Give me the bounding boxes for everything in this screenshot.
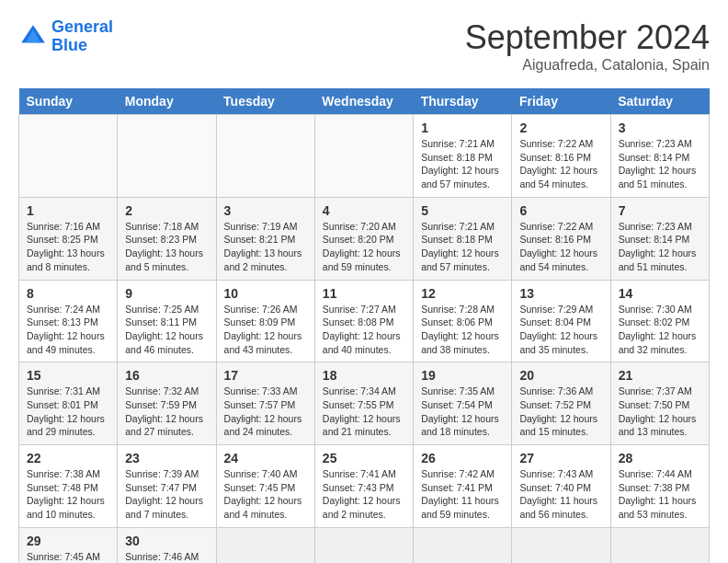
- day-info: Sunrise: 7:21 AMSunset: 8:18 PMDaylight:…: [421, 220, 504, 274]
- logo-icon: [18, 22, 48, 52]
- logo-line2: Blue: [51, 36, 87, 54]
- title-area: September 2024 Aiguafreda, Catalonia, Sp…: [465, 18, 710, 74]
- day-number: 2: [125, 203, 208, 218]
- day-number: 21: [619, 368, 701, 383]
- calendar-cell: [118, 115, 216, 198]
- calendar-cell: 3Sunrise: 7:23 AMSunset: 8:14 PMDaylight…: [610, 115, 709, 198]
- day-number: 9: [125, 286, 208, 301]
- column-header-saturday: Saturday: [610, 88, 709, 115]
- calendar-cell: 29Sunrise: 7:45 AMSunset: 7:36 PMDayligh…: [19, 527, 118, 563]
- calendar-cell: [414, 527, 512, 563]
- calendar-cell: 20Sunrise: 7:36 AMSunset: 7:52 PMDayligh…: [512, 362, 610, 445]
- day-number: 27: [519, 451, 602, 465]
- day-number: 3: [224, 203, 307, 218]
- calendar-week-row: 1Sunrise: 7:16 AMSunset: 8:25 PMDaylight…: [19, 197, 710, 280]
- day-number: 18: [323, 368, 405, 383]
- calendar-cell: [216, 115, 314, 198]
- day-info: Sunrise: 7:20 AMSunset: 8:20 PMDaylight:…: [323, 220, 405, 274]
- day-number: 24: [224, 451, 307, 465]
- day-info: Sunrise: 7:22 AMSunset: 8:16 PMDaylight:…: [519, 220, 602, 274]
- column-header-monday: Monday: [118, 88, 216, 115]
- calendar-cell: 12Sunrise: 7:28 AMSunset: 8:06 PMDayligh…: [414, 280, 512, 362]
- day-number: 7: [619, 203, 701, 218]
- day-number: 28: [619, 451, 701, 465]
- day-info: Sunrise: 7:21 AMSunset: 8:18 PMDaylight:…: [421, 137, 504, 191]
- column-header-sunday: Sunday: [19, 88, 118, 115]
- column-header-thursday: Thursday: [414, 88, 512, 115]
- day-number: 10: [224, 286, 307, 301]
- calendar-cell: 30Sunrise: 7:46 AMSunset: 7:35 PMDayligh…: [118, 527, 216, 563]
- day-number: 25: [323, 451, 405, 465]
- header: General Blue September 2024 Aiguafreda, …: [18, 18, 710, 74]
- day-info: Sunrise: 7:33 AMSunset: 7:57 PMDaylight:…: [224, 385, 307, 439]
- calendar-cell: 5Sunrise: 7:21 AMSunset: 8:18 PMDaylight…: [414, 197, 512, 280]
- day-info: Sunrise: 7:28 AMSunset: 8:06 PMDaylight:…: [421, 303, 504, 357]
- day-number: 5: [421, 203, 504, 218]
- calendar-cell: [19, 115, 118, 198]
- calendar-cell: 18Sunrise: 7:34 AMSunset: 7:55 PMDayligh…: [314, 362, 413, 445]
- day-number: 1: [27, 203, 109, 218]
- calendar-week-row: 22Sunrise: 7:38 AMSunset: 7:48 PMDayligh…: [19, 445, 710, 528]
- day-number: 3: [619, 121, 701, 135]
- calendar-cell: 23Sunrise: 7:39 AMSunset: 7:47 PMDayligh…: [118, 445, 216, 528]
- day-number: 17: [224, 368, 307, 383]
- logo-text: General Blue: [51, 18, 113, 55]
- calendar-cell: 28Sunrise: 7:44 AMSunset: 7:38 PMDayligh…: [610, 445, 709, 528]
- day-info: Sunrise: 7:16 AMSunset: 8:25 PMDaylight:…: [27, 220, 109, 274]
- day-number: 8: [27, 286, 109, 301]
- day-info: Sunrise: 7:42 AMSunset: 7:41 PMDaylight:…: [421, 467, 504, 522]
- calendar-cell: 15Sunrise: 7:31 AMSunset: 8:01 PMDayligh…: [19, 362, 118, 445]
- day-info: Sunrise: 7:27 AMSunset: 8:08 PMDaylight:…: [323, 303, 405, 357]
- calendar-cell: 16Sunrise: 7:32 AMSunset: 7:59 PMDayligh…: [118, 362, 216, 445]
- day-info: Sunrise: 7:35 AMSunset: 7:54 PMDaylight:…: [421, 385, 504, 439]
- calendar-cell: 21Sunrise: 7:37 AMSunset: 7:50 PMDayligh…: [610, 362, 709, 445]
- day-info: Sunrise: 7:38 AMSunset: 7:48 PMDaylight:…: [27, 467, 109, 522]
- calendar-cell: 27Sunrise: 7:43 AMSunset: 7:40 PMDayligh…: [512, 445, 610, 528]
- column-header-tuesday: Tuesday: [216, 88, 314, 115]
- calendar-cell: 10Sunrise: 7:26 AMSunset: 8:09 PMDayligh…: [216, 280, 314, 362]
- calendar-week-row: 15Sunrise: 7:31 AMSunset: 8:01 PMDayligh…: [19, 362, 710, 445]
- calendar-cell: 1Sunrise: 7:16 AMSunset: 8:25 PMDaylight…: [19, 197, 118, 280]
- day-info: Sunrise: 7:22 AMSunset: 8:16 PMDaylight:…: [519, 137, 602, 191]
- day-info: Sunrise: 7:39 AMSunset: 7:47 PMDaylight:…: [125, 467, 208, 522]
- location-title: Aiguafreda, Catalonia, Spain: [465, 57, 710, 74]
- logo: General Blue: [18, 18, 113, 55]
- calendar-cell: [216, 527, 314, 563]
- day-info: Sunrise: 7:41 AMSunset: 7:43 PMDaylight:…: [323, 467, 405, 522]
- day-number: 4: [323, 203, 405, 218]
- calendar-cell: 22Sunrise: 7:38 AMSunset: 7:48 PMDayligh…: [19, 445, 118, 528]
- calendar-cell: [610, 527, 709, 563]
- column-header-friday: Friday: [512, 88, 610, 115]
- calendar-week-row: 8Sunrise: 7:24 AMSunset: 8:13 PMDaylight…: [19, 280, 710, 362]
- logo-line1: General: [51, 17, 113, 36]
- day-number: 30: [125, 534, 208, 548]
- calendar-table: SundayMondayTuesdayWednesdayThursdayFrid…: [18, 88, 710, 563]
- calendar-cell: 24Sunrise: 7:40 AMSunset: 7:45 PMDayligh…: [216, 445, 314, 528]
- day-number: 19: [421, 368, 504, 383]
- column-header-wednesday: Wednesday: [314, 88, 413, 115]
- day-number: 2: [519, 121, 602, 135]
- calendar-cell: 2Sunrise: 7:18 AMSunset: 8:23 PMDaylight…: [118, 197, 216, 280]
- day-number: 22: [27, 451, 109, 465]
- day-info: Sunrise: 7:31 AMSunset: 8:01 PMDaylight:…: [27, 385, 109, 439]
- day-number: 20: [519, 368, 602, 383]
- day-info: Sunrise: 7:19 AMSunset: 8:21 PMDaylight:…: [224, 220, 307, 274]
- day-number: 23: [125, 451, 208, 465]
- day-info: Sunrise: 7:36 AMSunset: 7:52 PMDaylight:…: [519, 385, 602, 439]
- day-info: Sunrise: 7:44 AMSunset: 7:38 PMDaylight:…: [619, 467, 701, 522]
- calendar-header-row: SundayMondayTuesdayWednesdayThursdayFrid…: [19, 88, 710, 115]
- day-info: Sunrise: 7:18 AMSunset: 8:23 PMDaylight:…: [125, 220, 208, 274]
- day-info: Sunrise: 7:30 AMSunset: 8:02 PMDaylight:…: [619, 303, 701, 357]
- day-number: 14: [619, 286, 701, 301]
- day-number: 26: [421, 451, 504, 465]
- calendar-cell: 14Sunrise: 7:30 AMSunset: 8:02 PMDayligh…: [610, 280, 709, 362]
- calendar-cell: 3Sunrise: 7:19 AMSunset: 8:21 PMDaylight…: [216, 197, 314, 280]
- calendar-week-row: 1Sunrise: 7:21 AMSunset: 8:18 PMDaylight…: [19, 115, 710, 198]
- day-number: 11: [323, 286, 405, 301]
- month-title: September 2024: [465, 18, 710, 57]
- calendar-cell: [512, 527, 610, 563]
- calendar-cell: 7Sunrise: 7:23 AMSunset: 8:14 PMDaylight…: [610, 197, 709, 280]
- calendar-cell: 9Sunrise: 7:25 AMSunset: 8:11 PMDaylight…: [118, 280, 216, 362]
- calendar-cell: 11Sunrise: 7:27 AMSunset: 8:08 PMDayligh…: [314, 280, 413, 362]
- day-number: 12: [421, 286, 504, 301]
